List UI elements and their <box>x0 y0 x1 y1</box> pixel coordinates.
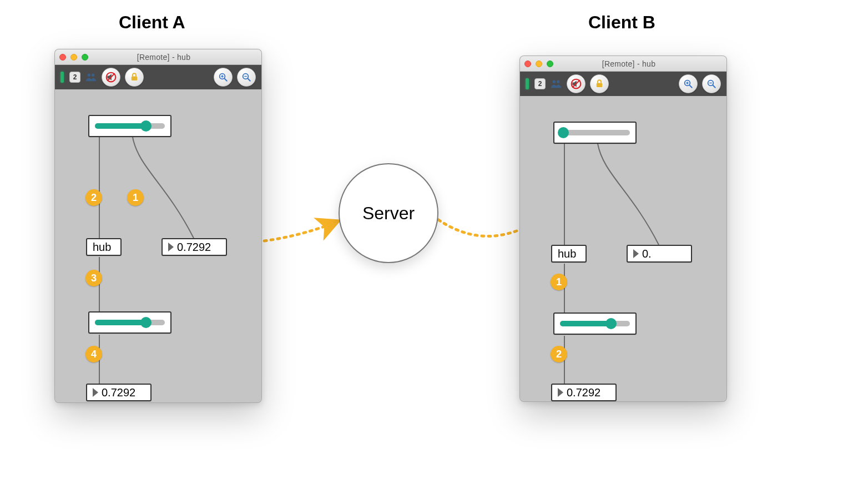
step-marker-1: 1 <box>551 274 567 290</box>
minimize-icon[interactable] <box>70 54 77 61</box>
users-icon <box>85 71 97 83</box>
step-marker-1: 1 <box>127 189 144 206</box>
slider-top[interactable] <box>553 122 637 144</box>
close-icon[interactable] <box>59 54 66 61</box>
step-marker-4: 4 <box>85 346 102 362</box>
patcher-canvas[interactable]: 2 1 3 4 hub 0.7292 0.7292 <box>55 89 261 402</box>
svg-rect-2 <box>132 77 138 81</box>
step-marker-2: 2 <box>551 346 567 362</box>
step-marker-3: 3 <box>85 270 102 286</box>
window-title: [Remote] - hub <box>93 53 257 62</box>
zoom-in-icon <box>683 79 693 89</box>
maximize-icon[interactable] <box>82 54 88 61</box>
hub-label: hub <box>558 248 576 260</box>
user-count-badge: 2 <box>534 78 546 89</box>
slider-bottom[interactable] <box>88 311 171 334</box>
number-box-inline[interactable]: 0.7292 <box>161 238 227 256</box>
mute-audio-button[interactable] <box>102 68 120 87</box>
zoom-in-button[interactable] <box>214 68 233 87</box>
zoom-out-icon <box>706 79 716 89</box>
number-value: 0.7292 <box>177 241 211 254</box>
mute-audio-icon <box>105 72 117 83</box>
zoom-out-button[interactable] <box>237 68 256 87</box>
svg-line-14 <box>689 85 692 88</box>
hub-object[interactable]: hub <box>551 245 587 263</box>
lock-icon <box>594 79 604 89</box>
mute-audio-icon <box>571 78 582 89</box>
traffic-lights <box>524 61 553 67</box>
lock-icon <box>129 72 139 82</box>
number-box-bottom[interactable]: 0.7292 <box>86 384 152 401</box>
server-label: Server <box>362 203 415 224</box>
zoom-out-icon <box>241 72 251 82</box>
svg-line-8 <box>248 78 250 81</box>
svg-line-18 <box>713 85 715 88</box>
number-value: 0. <box>642 248 652 260</box>
users-icon <box>550 78 562 90</box>
number-value: 0.7292 <box>567 386 600 399</box>
window-client-a: [Remote] - hub 2 <box>54 49 262 403</box>
hub-label: hub <box>93 241 111 254</box>
svg-rect-12 <box>597 83 603 88</box>
slider-bottom[interactable] <box>553 313 637 335</box>
maximize-icon[interactable] <box>547 61 553 67</box>
zoom-out-button[interactable] <box>702 74 721 93</box>
patcher-canvas[interactable]: hub 0. 1 2 0.7292 <box>520 96 726 401</box>
mute-audio-button[interactable] <box>567 74 585 93</box>
lock-button[interactable] <box>125 68 144 87</box>
window-title: [Remote] - hub <box>558 59 722 68</box>
lock-button[interactable] <box>590 74 609 93</box>
triangle-icon <box>633 249 639 258</box>
connection-led <box>526 78 529 89</box>
toolbar: 2 <box>55 65 261 89</box>
number-box-bottom[interactable]: 0.7292 <box>551 384 617 401</box>
close-icon[interactable] <box>524 61 531 67</box>
minimize-icon[interactable] <box>536 61 542 67</box>
slider-top[interactable] <box>88 115 171 137</box>
triangle-icon <box>93 388 98 397</box>
toolbar: 2 <box>520 72 726 96</box>
number-box-inline[interactable]: 0. <box>627 245 692 263</box>
titlebar[interactable]: [Remote] - hub <box>520 56 726 72</box>
triangle-icon <box>558 388 563 397</box>
hub-object[interactable]: hub <box>86 238 122 256</box>
server-node: Server <box>339 163 438 263</box>
zoom-in-icon <box>218 72 228 82</box>
titlebar[interactable]: [Remote] - hub <box>55 49 261 65</box>
connection-led <box>60 72 64 83</box>
user-count-badge: 2 <box>69 72 80 83</box>
step-marker-2: 2 <box>85 189 102 206</box>
number-value: 0.7292 <box>102 386 135 399</box>
svg-line-4 <box>224 78 227 81</box>
window-client-b: [Remote] - hub 2 <box>519 56 727 402</box>
traffic-lights <box>59 54 88 61</box>
triangle-icon <box>168 243 174 251</box>
zoom-in-button[interactable] <box>679 74 698 93</box>
